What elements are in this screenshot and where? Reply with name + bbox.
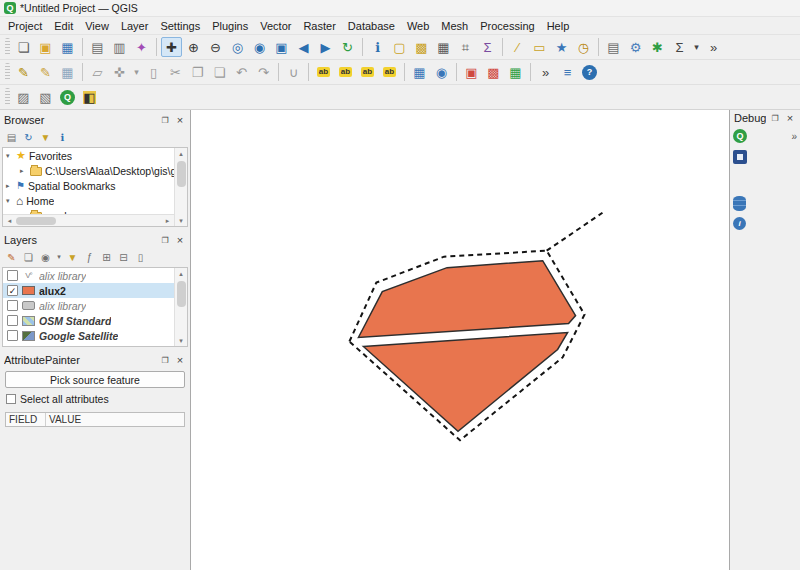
temporal-controller-icon[interactable]: ◷: [573, 37, 594, 57]
paste-features-icon[interactable]: ❏: [209, 62, 230, 82]
sum-icon[interactable]: Σ: [669, 37, 690, 57]
layer-visibility-checkbox[interactable]: [7, 330, 18, 341]
layout-manager-icon[interactable]: ▥: [109, 37, 130, 57]
toolbar-separator[interactable]: [598, 38, 599, 56]
open-layer-styling-icon[interactable]: ✎: [4, 250, 19, 265]
collapse-all-icon[interactable]: ⊟: [116, 250, 131, 265]
toolbar-separator[interactable]: [82, 63, 83, 81]
scroll-left-icon[interactable]: [3, 215, 16, 226]
plugin-tool-2-icon[interactable]: ▧: [35, 87, 56, 107]
browser-item[interactable]: ▸ C:\Users\Alaa\Desktop\gis\gis: [3, 163, 174, 178]
grid-decoration-icon[interactable]: ▩: [483, 62, 504, 82]
menu-item[interactable]: Edit: [48, 19, 79, 33]
refresh-map-icon[interactable]: ↻: [337, 37, 358, 57]
deselect-features-icon[interactable]: ▩: [411, 37, 432, 57]
toolbar-separator[interactable]: [308, 63, 309, 81]
panel-close-icon[interactable]: [784, 112, 796, 124]
help-icon[interactable]: ?: [579, 62, 600, 82]
toolbar-overflow-icon[interactable]: »: [703, 37, 724, 57]
feature-polygon-lower[interactable]: [363, 333, 567, 432]
quickmapservices-icon[interactable]: Q: [57, 87, 78, 107]
scroll-down-icon[interactable]: [175, 215, 188, 226]
scroll-down-icon[interactable]: [175, 335, 188, 346]
toolbar-overflow-icon[interactable]: »: [535, 62, 556, 82]
menu-item[interactable]: Plugins: [206, 19, 254, 33]
measure-line-icon[interactable]: ∕: [507, 37, 528, 57]
zoom-out-icon[interactable]: ⊖: [205, 37, 226, 57]
plugins-manager-icon[interactable]: ✱: [647, 37, 668, 57]
toolbar-separator[interactable]: [362, 38, 363, 56]
field-calculator-icon[interactable]: ⌗: [455, 37, 476, 57]
panel-close-icon[interactable]: [174, 354, 186, 366]
layer-labeling-icon[interactable]: ab: [313, 62, 334, 82]
select-features-icon[interactable]: ▢: [389, 37, 410, 57]
statistical-summary-icon[interactable]: Σ: [477, 37, 498, 57]
copy-features-icon[interactable]: ❐: [187, 62, 208, 82]
menu-item[interactable]: Processing: [474, 19, 540, 33]
menu-item[interactable]: Web: [401, 19, 435, 33]
manage-map-themes-icon[interactable]: ◉: [38, 250, 53, 265]
remove-layer-icon[interactable]: ▯: [133, 250, 148, 265]
delete-selected-icon[interactable]: ▯: [143, 62, 164, 82]
qgis-debug-icon[interactable]: [733, 129, 747, 143]
menu-item[interactable]: Help: [541, 19, 576, 33]
redo-icon[interactable]: ↷: [253, 62, 274, 82]
georeferencer-icon[interactable]: ◧: [79, 87, 100, 107]
toolbar-handle[interactable]: [5, 38, 10, 56]
menu-item[interactable]: Vector: [254, 19, 297, 33]
browser-item[interactable]: ▾ Home: [3, 193, 174, 208]
toolbar-separator[interactable]: [456, 63, 457, 81]
current-edits-icon[interactable]: ✎: [13, 62, 34, 82]
panel-float-icon[interactable]: [159, 114, 171, 126]
open-attribute-table-icon[interactable]: ▦: [433, 37, 454, 57]
layer-visibility-checkbox[interactable]: [7, 315, 18, 326]
script-book-icon[interactable]: [733, 150, 747, 164]
zoom-to-selection-icon[interactable]: ◉: [249, 37, 270, 57]
plugin-tool-icon[interactable]: ▨: [13, 87, 34, 107]
toolbar-separator[interactable]: [502, 38, 503, 56]
expand-arrow-icon[interactable]: ▾: [6, 197, 13, 205]
zoom-full-icon[interactable]: ◎: [227, 37, 248, 57]
toolbar-separator[interactable]: [278, 63, 279, 81]
add-group-icon[interactable]: ❏: [21, 250, 36, 265]
add-selected-layers-icon[interactable]: ▤: [4, 130, 19, 145]
layer-row[interactable]: Google Satellite: [3, 328, 174, 343]
new-print-layout-icon[interactable]: ▤: [87, 37, 108, 57]
identify-features-icon[interactable]: ℹ: [367, 37, 388, 57]
panel-float-icon[interactable]: [159, 354, 171, 366]
new-bookmark-icon[interactable]: ★: [551, 37, 572, 57]
menu-item[interactable]: Database: [342, 19, 401, 33]
field-column-header[interactable]: FIELD: [6, 413, 46, 426]
zoom-in-icon[interactable]: ⊕: [183, 37, 204, 57]
save-project-icon[interactable]: ▦: [57, 37, 78, 57]
vertical-scrollbar[interactable]: [174, 148, 187, 226]
menu-item[interactable]: Raster: [297, 19, 341, 33]
move-label-icon[interactable]: ▦: [409, 62, 430, 82]
vertex-dropdown-icon[interactable]: ▾: [131, 62, 142, 82]
overflow-chevron-icon[interactable]: [791, 131, 797, 142]
feature-polygon-upper[interactable]: [358, 261, 575, 338]
select-all-attributes-checkbox[interactable]: [6, 394, 16, 404]
value-column-header[interactable]: VALUE: [46, 413, 184, 426]
filter-expression-icon[interactable]: ƒ: [82, 250, 97, 265]
zoom-to-layer-icon[interactable]: ▣: [271, 37, 292, 57]
toolbar-separator[interactable]: [530, 63, 531, 81]
panel-float-icon[interactable]: [159, 234, 171, 246]
browser-item[interactable]: ▾ Favorites: [3, 148, 174, 163]
layer-diagram-icon[interactable]: ab: [335, 62, 356, 82]
layer-visibility-checkbox[interactable]: [7, 270, 18, 281]
new-project-icon[interactable]: ❏: [13, 37, 34, 57]
layer-row[interactable]: OSM Standard: [3, 313, 174, 328]
select-all-attributes-row[interactable]: Select all attributes: [6, 393, 184, 405]
add-polygon-feature-icon[interactable]: ▱: [87, 62, 108, 82]
undo-icon[interactable]: ↶: [231, 62, 252, 82]
properties-icon[interactable]: ℹ: [55, 130, 70, 145]
expand-arrow-icon[interactable]: ▾: [6, 152, 13, 160]
highlight-labels-icon[interactable]: ab: [379, 62, 400, 82]
processing-toolbox-icon[interactable]: ⚙: [625, 37, 646, 57]
zoom-next-icon[interactable]: ▶: [315, 37, 336, 57]
cut-features-icon[interactable]: ✂: [165, 62, 186, 82]
scroll-right-icon[interactable]: [161, 215, 174, 226]
toolbar-handle[interactable]: [5, 63, 10, 81]
layer-visibility-checkbox[interactable]: [7, 300, 18, 311]
